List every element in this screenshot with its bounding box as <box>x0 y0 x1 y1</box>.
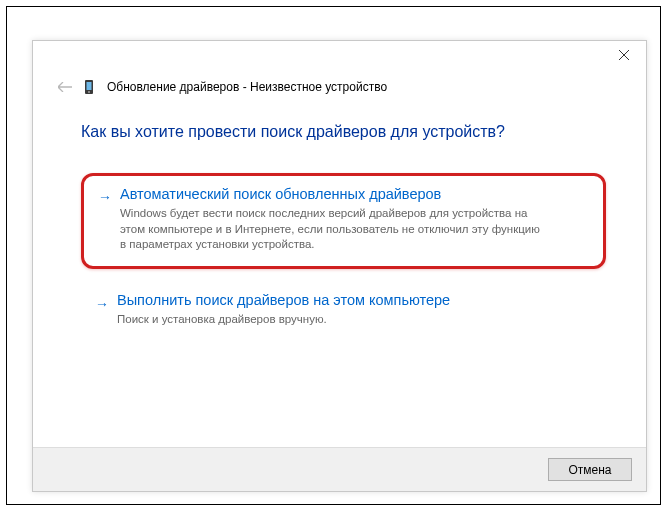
close-icon <box>619 50 629 60</box>
driver-update-dialog: Обновление драйверов - Неизвестное устро… <box>32 40 647 492</box>
option-desc: Поиск и установка драйверов вручную. <box>117 312 537 328</box>
close-button[interactable] <box>602 41 646 69</box>
main-heading: Как вы хотите провести поиск драйверов д… <box>81 123 606 141</box>
arrow-right-icon: → <box>95 296 109 312</box>
wizard-content: Как вы хотите провести поиск драйверов д… <box>81 123 606 353</box>
back-arrow-icon[interactable] <box>57 79 73 95</box>
arrow-right-icon: → <box>98 189 112 205</box>
svg-rect-3 <box>87 82 92 90</box>
dialog-footer: Отмена <box>33 447 646 491</box>
device-icon <box>83 79 97 95</box>
option-title: Автоматический поиск обновленных драйвер… <box>120 186 589 203</box>
svg-point-4 <box>88 91 90 93</box>
page-container: Обновление драйверов - Неизвестное устро… <box>6 6 661 505</box>
option-desc: Windows будет вести поиск последних верс… <box>120 206 540 253</box>
cancel-button[interactable]: Отмена <box>548 458 632 481</box>
wizard-header: Обновление драйверов - Неизвестное устро… <box>57 79 387 95</box>
option-browse-computer[interactable]: → Выполнить поиск драйверов на этом комп… <box>81 283 606 339</box>
wizard-title: Обновление драйверов - Неизвестное устро… <box>107 80 387 94</box>
option-title: Выполнить поиск драйверов на этом компью… <box>117 292 592 309</box>
option-auto-search[interactable]: → Автоматический поиск обновленных драйв… <box>81 173 606 269</box>
